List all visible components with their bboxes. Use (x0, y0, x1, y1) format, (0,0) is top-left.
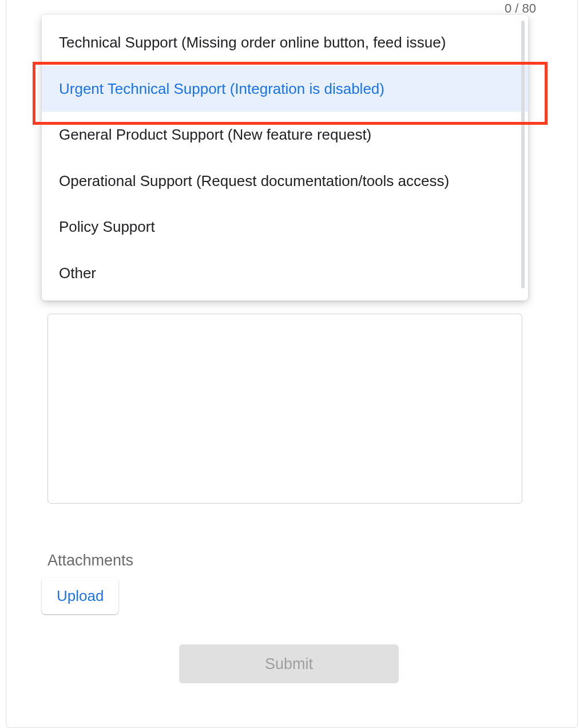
dropdown-option-other[interactable]: Other (42, 250, 528, 296)
category-dropdown-panel[interactable]: Technical Support (Missing order online … (42, 15, 528, 300)
dropdown-option-operational-support[interactable]: Operational Support (Request documentati… (42, 158, 528, 204)
description-textarea[interactable] (47, 314, 522, 504)
dropdown-option-technical-support[interactable]: Technical Support (Missing order online … (42, 19, 528, 66)
form-container: 0 / 80 Technical Support (Missing order … (6, 0, 578, 728)
dropdown-option-general-product-support[interactable]: General Product Support (New feature req… (42, 112, 528, 158)
attachments-label: Attachments (47, 552, 133, 569)
upload-button[interactable]: Upload (42, 578, 118, 614)
dropdown-option-policy-support[interactable]: Policy Support (42, 204, 528, 250)
char-counter: 0 / 80 (505, 1, 536, 16)
submit-button[interactable]: Submit (179, 644, 399, 683)
dropdown-option-urgent-technical-support[interactable]: Urgent Technical Support (Integration is… (42, 66, 528, 112)
dropdown-scrollbar[interactable] (521, 21, 525, 288)
